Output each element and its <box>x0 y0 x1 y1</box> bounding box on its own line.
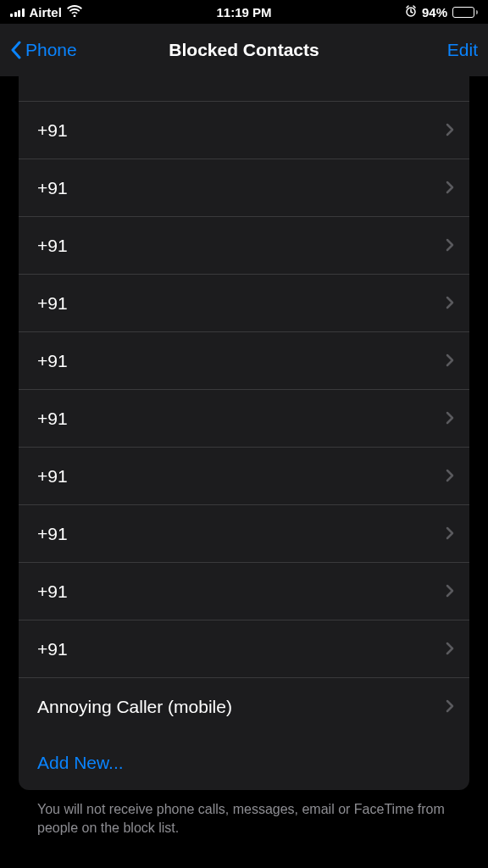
navigation-bar: Phone Blocked Contacts Edit <box>0 24 488 76</box>
contact-label: +91 <box>37 236 68 256</box>
list-row[interactable]: +91 <box>19 448 469 505</box>
battery-icon <box>452 7 478 18</box>
carrier-label: Airtel <box>30 5 62 19</box>
back-button[interactable]: Phone <box>10 40 77 60</box>
status-right: 94% <box>405 5 478 19</box>
edit-button[interactable]: Edit <box>447 40 478 60</box>
contact-label: +91 <box>37 178 68 198</box>
footer-text: You will not receive phone calls, messag… <box>19 790 469 838</box>
list-row[interactable]: +91 <box>19 390 469 448</box>
add-new-button[interactable]: Add New... <box>19 736 469 790</box>
chevron-right-icon <box>446 409 454 429</box>
page-title: Blocked Contacts <box>169 40 319 60</box>
blocked-list: +91+91+91+91+91+91+91+91+91+91Annoying C… <box>19 76 469 790</box>
list-row[interactable] <box>19 76 469 102</box>
chevron-right-icon <box>446 581 454 602</box>
chevron-right-icon <box>446 697 454 717</box>
list-row[interactable]: +91 <box>19 505 469 563</box>
back-label: Phone <box>25 40 77 60</box>
list-row[interactable]: +91 <box>19 102 469 159</box>
status-left: Airtel <box>10 5 82 19</box>
contact-label: +91 <box>37 409 68 429</box>
battery-percent: 94% <box>422 5 447 19</box>
add-new-label: Add New... <box>37 753 124 773</box>
list-row[interactable]: +91 <box>19 620 469 678</box>
content: +91+91+91+91+91+91+91+91+91+91Annoying C… <box>0 76 488 838</box>
chevron-right-icon <box>446 639 454 659</box>
wifi-icon <box>67 5 82 19</box>
chevron-right-icon <box>446 178 454 198</box>
list-row[interactable]: +91 <box>19 159 469 217</box>
list-row[interactable]: +91 <box>19 217 469 275</box>
status-time: 11:19 PM <box>216 5 271 19</box>
contact-label: +91 <box>37 293 68 314</box>
list-row[interactable]: +91 <box>19 563 469 620</box>
list-row[interactable]: +91 <box>19 332 469 390</box>
chevron-right-icon <box>446 351 454 371</box>
contact-label: +91 <box>37 351 68 371</box>
list-row[interactable]: +91 <box>19 275 469 332</box>
contact-label: +91 <box>37 466 68 487</box>
signal-icon <box>10 7 25 17</box>
chevron-right-icon <box>446 466 454 487</box>
contact-label: +91 <box>37 120 68 141</box>
chevron-right-icon <box>446 524 454 544</box>
contact-label: +91 <box>37 524 68 544</box>
alarm-icon <box>405 5 417 19</box>
chevron-right-icon <box>446 236 454 256</box>
chevron-right-icon <box>446 293 454 314</box>
chevron-right-icon <box>446 120 454 141</box>
chevron-left-icon <box>10 41 22 59</box>
list-row[interactable]: Annoying Caller (mobile) <box>19 678 469 736</box>
contact-label: +91 <box>37 581 68 602</box>
contact-label: Annoying Caller (mobile) <box>37 697 232 717</box>
status-bar: Airtel 11:19 PM 94% <box>0 0 488 24</box>
contact-label: +91 <box>37 639 68 659</box>
